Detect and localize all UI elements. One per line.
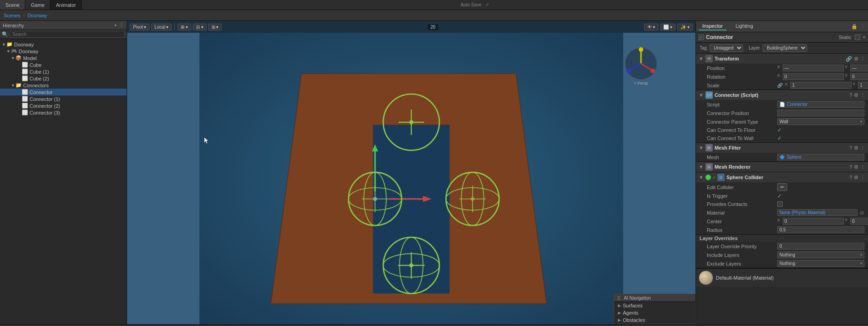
mesh-value-field[interactable]: 🔷 Sphere	[777, 154, 864, 160]
edit-collider-btn[interactable]: ✏	[777, 183, 787, 191]
connector-settings-icon[interactable]: ⚙	[854, 92, 858, 98]
chevron-obstacles-icon: ▶	[618, 318, 621, 322]
active-checkbox[interactable]: ✓	[699, 35, 704, 40]
sphere-collider-enabled-checkbox[interactable]: ✓	[712, 175, 716, 180]
hierarchy-add-btn[interactable]: +	[114, 22, 117, 28]
hier-item-connector1[interactable]: ▶ ⬜ Connector (1)	[0, 95, 127, 102]
hier-item-cube2[interactable]: ▶ ⬜ Cube (2)	[0, 75, 127, 82]
script-value-field[interactable]: 📄 Connector	[777, 101, 864, 108]
ai-nav-surfaces[interactable]: ▶ Surfaces	[614, 302, 695, 309]
mesh-renderer-help-icon[interactable]: ?	[849, 164, 852, 170]
mesh-filter-settings-icon[interactable]: ⚙	[854, 145, 858, 151]
layer-select[interactable]: BuildingSphere	[763, 44, 807, 52]
transform-header[interactable]: ▼ ⟲ Transform 🔗 ⚙ ⋮	[696, 54, 868, 64]
breadcrumb-scenes[interactable]: Scenes	[4, 13, 20, 18]
collider-material-field[interactable]: None (Physic Material)	[777, 209, 858, 216]
auto-save-checkbox[interactable]: ✓	[485, 2, 489, 8]
hierarchy-search-input[interactable]	[10, 31, 125, 38]
ai-nav-agents[interactable]: ▶ Agents	[614, 309, 695, 316]
exclude-layers-dropdown[interactable]: Nothing ▾	[777, 260, 864, 267]
scene-view[interactable]: Pivot ▾ Local ▾ ⊞ ▾ ⊟ ▾ ⊞ ▾ 20 👁 ▾ ⬜ ▾ ✨…	[127, 21, 695, 324]
pos-y-label: Y	[845, 65, 849, 71]
hier-item-doorway-root[interactable]: ▼ 🎮 Doorway	[0, 48, 127, 55]
hier-item-doorway[interactable]: ▼ 📁 Doorway	[0, 41, 127, 48]
sphere-collider-settings-icon[interactable]: ⚙	[854, 175, 858, 181]
inspector-lock-icon[interactable]: 🔒	[851, 24, 858, 30]
center-x-input[interactable]	[783, 218, 844, 225]
rot-y-input[interactable]	[850, 73, 868, 80]
sphere-collider-header[interactable]: ▼ ✓ ⊙ Sphere Collider ? ⚙ ⋮	[696, 172, 868, 182]
connector-help-icon[interactable]: ?	[849, 92, 852, 98]
hier-item-connector2[interactable]: ▶ ⬜ Connector (2)	[0, 102, 127, 109]
include-layers-dropdown[interactable]: Nothing ▾	[777, 251, 864, 258]
mesh-renderer-settings-icon[interactable]: ⚙	[854, 164, 858, 170]
provides-contacts-checkbox[interactable]	[777, 201, 783, 207]
is-trigger-checkbox[interactable]: ✓	[777, 193, 782, 199]
tab-inspector[interactable]: Inspector	[699, 22, 726, 30]
snap-btn[interactable]: ⊟ ▾	[193, 24, 207, 30]
tab-scene[interactable]: Scene	[0, 0, 25, 10]
view-options-btn[interactable]: 👁 ▾	[644, 24, 659, 30]
sphere-collider-menu-icon[interactable]: ⋮	[860, 175, 865, 181]
mesh-renderer-header[interactable]: ▼ ⊞ Mesh Renderer ? ⚙ ⋮	[696, 162, 868, 172]
radius-input[interactable]	[777, 226, 864, 233]
connector-menu-icon[interactable]: ⋮	[860, 92, 865, 98]
ai-nav-obstacles[interactable]: ▶ Obstacles	[614, 316, 695, 324]
svg-point-35	[626, 69, 631, 73]
hier-item-model[interactable]: ▼ 📦 Model	[0, 55, 127, 61]
scale-y-input[interactable]	[858, 82, 868, 89]
mesh-renderer-title: Mesh Renderer	[715, 164, 750, 170]
is-trigger-row: Is Trigger ✓	[696, 192, 868, 200]
mesh-filter-help-icon[interactable]: ?	[849, 145, 852, 151]
local-btn[interactable]: Local ▾	[151, 24, 172, 30]
rot-x-input[interactable]	[783, 73, 844, 80]
breadcrumb-doorway[interactable]: Doorway	[27, 13, 47, 18]
mesh-renderer-menu-icon[interactable]: ⋮	[860, 164, 865, 170]
hier-item-cube1[interactable]: ▶ ⬜ Cube (1)	[0, 68, 127, 75]
exclude-layers-row: Exclude Layers Nothing ▾	[696, 259, 868, 268]
can-connect-wall-checkbox[interactable]: ✓	[777, 135, 782, 141]
pivot-btn[interactable]: Pivot ▾	[130, 24, 149, 30]
expand-transform-icon: ▼	[699, 56, 704, 61]
pos-x-input[interactable]	[783, 65, 844, 71]
transform-menu-icon[interactable]: ⋮	[860, 56, 865, 62]
tab-game[interactable]: Game	[25, 0, 50, 10]
grid-btn[interactable]: ⊞ ▾	[178, 24, 191, 30]
hier-item-cube[interactable]: ▶ ⬜ Cube	[0, 61, 127, 68]
tab-animator[interactable]: Animator	[50, 0, 82, 10]
static-dropdown-icon[interactable]: ▾	[863, 35, 865, 40]
scene-breadcrumb: Scenes › Doorway	[0, 10, 868, 21]
rot-y-label: Y	[845, 73, 849, 80]
connector-script-header[interactable]: ▼ C# Connector (Script) ? ⚙ ⋮	[696, 90, 868, 100]
sphere-collider-help-icon[interactable]: ?	[849, 175, 852, 181]
can-connect-floor-checkbox[interactable]: ✓	[777, 127, 782, 133]
effect-btn[interactable]: ✨ ▾	[677, 24, 693, 30]
scale-x-input[interactable]	[790, 82, 852, 89]
pos-y-input[interactable]	[850, 65, 868, 71]
connector-position-input[interactable]	[777, 110, 864, 116]
connector-parent-type-dropdown[interactable]: Wall ▾	[777, 118, 864, 125]
static-checkbox[interactable]	[855, 35, 860, 40]
transform-link-icon[interactable]: 🔗	[846, 56, 852, 62]
scene-svg	[127, 33, 695, 324]
gizmo-control[interactable]: < Persp	[623, 45, 659, 82]
mesh-filter-menu-icon[interactable]: ⋮	[860, 145, 865, 151]
render-mode-btn[interactable]: ⬜ ▾	[660, 24, 676, 30]
mesh-obj-icon: 🔷	[779, 155, 785, 160]
hierarchy-menu-btn[interactable]: ⋮	[119, 22, 124, 28]
mesh-filter-header[interactable]: ▼ ⊞ Mesh Filter ? ⚙ ⋮	[696, 143, 868, 153]
transform-settings-icon[interactable]: ⚙	[854, 56, 858, 62]
tool-btn[interactable]: ⊞ ▾	[208, 24, 222, 30]
override-priority-input[interactable]	[777, 243, 864, 250]
hier-item-connector[interactable]: ▶ ⬜ Connector	[0, 89, 127, 95]
collider-material-circle-icon[interactable]: ◎	[860, 210, 864, 216]
inspector-menu-icon[interactable]: ⋮	[860, 24, 865, 30]
center-y-input[interactable]	[850, 218, 868, 225]
tag-select[interactable]: Untagged	[710, 44, 743, 52]
scene-3d-content[interactable]: < Persp ☰ AI Navigation ▶ Surfaces ▶ Age…	[127, 33, 695, 324]
tab-lighting[interactable]: Lighting	[732, 22, 757, 30]
expand-mesh-filter-icon: ▼	[699, 145, 704, 150]
hier-item-connectors[interactable]: ▼ 📁 Connectors	[0, 82, 127, 89]
center-x-label: X	[777, 218, 782, 225]
hier-item-connector3[interactable]: ▶ ⬜ Connector (3)	[0, 109, 127, 116]
